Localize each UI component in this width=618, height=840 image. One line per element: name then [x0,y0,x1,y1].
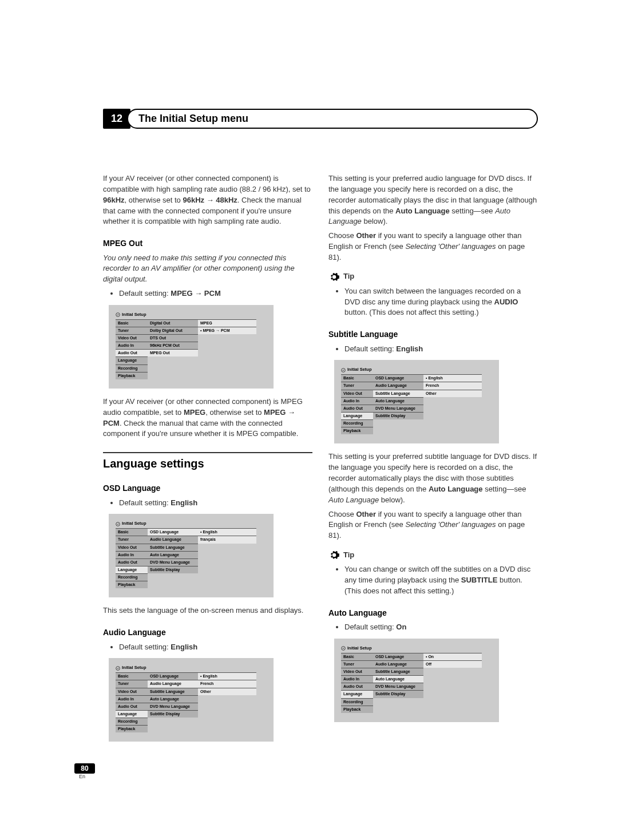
menu-tab: Tuner [341,382,373,389]
menu-tab: Playback [341,706,373,713]
menu-tab: Recording [116,573,148,581]
menu-tab: Playback [116,372,148,379]
menu-item: DVD Menu Language [148,558,198,566]
subtitle-paragraph-2: Choose Other if you want to specify a la… [328,509,538,542]
menu-item: OSD Language [148,528,198,536]
menu-tab: Audio Out [341,405,373,412]
menu-option: français [198,536,256,543]
menu-tab: Audio Out [116,703,148,710]
menu-tab: Basic [116,528,148,536]
menu-item: OSD Language [373,653,423,660]
menu-item: Digital Out [148,319,198,327]
tip-1-text: You can switch between the languages rec… [344,286,538,319]
menu-item: Auto Language [148,695,198,703]
menu-tab: Language [116,356,148,364]
menu-item: Audio Language [373,660,423,668]
menu-item: DTS Out [148,334,198,342]
menu-tab: Audio In [116,551,148,558]
tip-label: Tip [343,550,354,561]
menu-option: Off [423,660,482,668]
menu-item: DVD Menu Language [373,405,423,412]
osd-language-heading: OSD Language [103,482,312,494]
menu-item: Subtitle Display [373,412,423,419]
chapter-bar: 12 The Initial Setup menu [103,109,538,129]
menu-item: OSD Language [373,374,423,382]
menu-tab: Basic [116,319,148,327]
menu-item: 96kHz PCM Out [148,342,198,349]
menu-item: Subtitle Display [148,566,198,573]
menu-option: On [423,653,482,660]
menu-tab: Tuner [116,680,148,687]
menu-figure-audio: Initial SetupBasicTunerVideo OutAudio In… [109,658,274,742]
menu-tab: Audio In [116,695,148,703]
menu-tab: Recording [341,698,373,706]
menu-figure-subtitle: Initial SetupBasicTunerVideo OutAudio In… [334,360,499,443]
menu-tab: Recording [341,419,373,427]
auto-language-heading: Auto Language [328,607,538,619]
svg-point-0 [116,313,120,317]
menu-option: English [198,528,256,536]
menu-tab: Video Out [341,668,373,675]
menu-tab: Audio In [116,342,148,349]
tip-row-2: Tip [328,549,538,561]
menu-option: Other [423,390,482,397]
gear-icon [328,271,340,283]
menu-tab: Basic [341,374,373,382]
menu-tab: Language [116,566,148,573]
osd-default-setting: Default setting: English [119,498,312,509]
menu-tab: Language [341,690,373,698]
page-number: 80 [74,763,95,774]
menu-tab: Audio Out [116,558,148,566]
menu-item: Audio Language [373,382,423,389]
menu-option: English [423,374,482,382]
menu-tab: Recording [116,364,148,372]
menu-tab: Language [341,412,373,419]
menu-tab: Audio Out [116,349,148,356]
menu-item: Auto Language [373,397,423,405]
menu-tab: Audio In [341,397,373,405]
menu-item: Subtitle Display [148,710,198,718]
audio-default-setting: Default setting: English [119,642,312,653]
menu-tab: Playback [116,581,148,588]
right-column: This setting is your preferred audio lan… [328,173,538,750]
tip-label: Tip [343,271,354,282]
menu-tab: Basic [341,653,373,660]
menu-item: Subtitle Display [373,690,423,698]
svg-point-1 [116,522,120,526]
menu-figure-mpeg: Initial SetupBasicTunerVideo OutAudio In… [109,305,274,389]
menu-figure-auto: Initial SetupBasicTunerVideo OutAudio In… [334,639,499,722]
mpeg-default-setting: Default setting: MPEG → PCM [119,288,312,299]
menu-item: Audio Language [148,680,198,687]
menu-tab: Audio Out [341,683,373,690]
menu-tab: Basic [116,672,148,680]
menu-option: MPEG → PCM [198,327,256,334]
subtitle-language-heading: Subtitle Language [328,328,538,340]
menu-tab: Audio In [341,675,373,683]
chapter-title: The Initial Setup menu [127,109,538,129]
tip-2-text: You can change or switch off the subtitl… [344,564,538,597]
menu-item: OSD Language [148,672,198,680]
menu-tab: Tuner [116,536,148,543]
audio-lang-paragraph-2: Choose Other if you want to specify a la… [328,231,538,263]
menu-item: Subtitle Language [148,544,198,551]
subtitle-default-setting: Default setting: English [344,344,538,355]
svg-point-2 [116,666,120,670]
menu-item: DVD Menu Language [148,703,198,710]
menu-option: French [198,680,256,687]
subtitle-paragraph-1: This setting is your preferred subtitle … [328,451,538,505]
menu-tab: Video Out [116,334,148,342]
chapter-number: 12 [103,109,130,129]
menu-option: Other [198,688,256,695]
mpeg-out-heading: MPEG Out [103,237,312,249]
menu-tab: Language [116,710,148,718]
svg-point-3 [342,369,346,373]
menu-tab: Recording [116,718,148,725]
menu-option: MPEG [198,319,256,327]
audio-lang-paragraph-1: This setting is your preferred audio lan… [328,173,538,227]
mpeg-note: You only need to make this setting if yo… [103,253,312,286]
mpeg-after-paragraph: If your AV receiver (or other connected … [103,397,312,439]
menu-item: Auto Language [373,675,423,683]
gear-icon [328,549,340,561]
menu-figure-osd: Initial SetupBasicTunerVideo OutAudio In… [109,514,274,597]
menu-item: Auto Language [148,551,198,558]
